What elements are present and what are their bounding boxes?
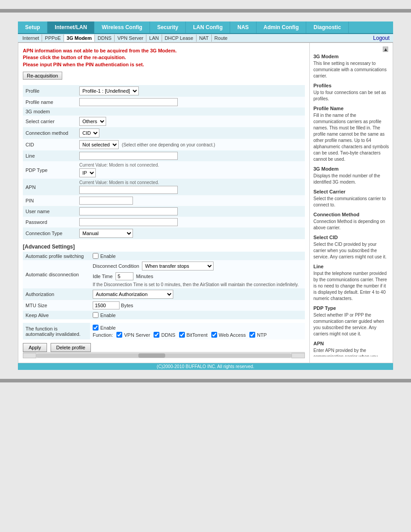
reacquisition-button[interactable]: Re-acquisition (23, 72, 62, 80)
bittorrent-checkbox[interactable] (179, 332, 185, 338)
nav-security[interactable]: Security (150, 21, 186, 33)
idle-time-input[interactable] (116, 272, 133, 280)
mtu-input[interactable] (93, 301, 120, 309)
carrier-row: Select carrier Others (23, 116, 305, 127)
sidebar-text-9: Enter APN provided by the communication … (313, 348, 389, 356)
ntp-text: NTP (257, 332, 267, 338)
line-input[interactable] (79, 152, 178, 160)
bittorrent-label: BitTorrent (179, 332, 208, 338)
connection-type-select[interactable]: Manual Auto (79, 229, 133, 238)
sidebar-title-6: Select CID (313, 235, 389, 240)
ddns-text: DDNS (161, 332, 175, 338)
bottom-bar (0, 379, 411, 382)
nav-internet-lan[interactable]: Internet/LAN (47, 21, 94, 33)
password-input[interactable] (79, 218, 178, 226)
sidebar-section-6: Select CID Select the CID provided by yo… (313, 235, 389, 260)
sub-nat[interactable]: NAT (197, 34, 212, 42)
web-access-checkbox[interactable] (211, 332, 217, 338)
sub-route[interactable]: Route (212, 34, 230, 42)
disconnect-condition-select[interactable]: When transfer stops Always on When idle (142, 262, 214, 270)
apply-button[interactable]: Apply (23, 343, 47, 352)
nav-setup[interactable]: Setup (18, 21, 47, 33)
sidebar-title-9: APN (313, 341, 389, 346)
hscroll-track[interactable] (36, 353, 291, 358)
sub-pppoe[interactable]: PPPoE (42, 34, 64, 42)
auth-row: Authorization Automatic Authorization PA… (23, 288, 305, 300)
sidebar-text-8: Select whether IP or PPP the communicati… (313, 312, 389, 337)
auth-select[interactable]: Automatic Authorization PAP CHAP (93, 290, 173, 299)
sidebar-section-0: 3G Modem This line setting is necessary … (313, 54, 389, 79)
sidebar-title-8: PDP Type (313, 305, 389, 311)
pdp-select[interactable]: IP (79, 168, 96, 177)
delete-profile-button[interactable]: Delete profile (51, 343, 91, 352)
idle-time-row: Idle Time Minutes (93, 272, 302, 280)
pin-row: PIN (23, 195, 305, 206)
right-sidebar: ▲ 3G Modem This line setting is necessar… (310, 43, 393, 356)
keep-alive-enable-text: Enable (100, 313, 116, 318)
nav-admin-config[interactable]: Admin Config (257, 21, 307, 33)
advanced-settings-header: [Advanced Settings] (23, 244, 305, 250)
cid-label: CID (23, 139, 77, 150)
disconnect-inner: Disconnect Condition When transfer stops… (93, 262, 302, 287)
sub-lan[interactable]: LAN (146, 34, 162, 42)
auto-profile-enable-label: Enable (93, 253, 302, 259)
web-access-text: Web Access (219, 332, 246, 338)
alert-line3: Please input PIN when the PIN authentica… (23, 61, 305, 68)
nav-nas[interactable]: NAS (230, 21, 256, 33)
pin-input[interactable] (79, 197, 133, 205)
logout-link[interactable]: Logout (373, 35, 390, 41)
ntp-checkbox[interactable] (249, 332, 255, 338)
3g-modem-row: 3G modem (23, 107, 305, 116)
username-input[interactable] (79, 207, 178, 215)
ntp-label: NTP (249, 332, 267, 338)
auto-profile-label: Automatic profile switching (23, 252, 90, 260)
sidebar-title-2: Profile Name (313, 106, 389, 111)
profile-name-input[interactable] (79, 98, 178, 106)
sidebar-section-1: Profiles Up to four connections can be s… (313, 83, 389, 102)
sub-vpn-server[interactable]: VPN Server (115, 34, 146, 42)
sidebar-text-6: Select the CID provided by your carrier … (313, 241, 389, 260)
function-table: The function is automatically invalidate… (23, 323, 305, 339)
nav-lan-config[interactable]: LAN Config (186, 21, 230, 33)
auto-disconnect-label: Automatic disconnection (23, 260, 90, 288)
sub-3g-modem[interactable]: 3G Modem (64, 34, 95, 42)
hscroll-thumb[interactable] (138, 353, 165, 358)
sidebar-section-5: Connection Method Connection Method is d… (313, 212, 389, 231)
connection-method-select[interactable]: CID (79, 129, 99, 137)
profile-select[interactable]: Profile-1 : [Undefined] (79, 86, 139, 95)
sub-internet[interactable]: Internet (20, 34, 42, 42)
connection-type-row: Connection Type Manual Auto (23, 227, 305, 239)
sidebar-scroll-up[interactable]: ▲ (383, 47, 388, 52)
sub-ddns[interactable]: DDNS (95, 34, 115, 42)
auth-label: Authorization (23, 288, 90, 300)
sidebar-section-9: APN Enter APN provided by the communicat… (313, 341, 389, 356)
function-invalidated-label: The function is automatically invalidate… (23, 323, 90, 339)
ddns-checkbox[interactable] (154, 332, 159, 338)
keep-alive-checkbox[interactable] (93, 312, 98, 318)
vpn-server-checkbox[interactable] (116, 332, 122, 338)
function-enable-checkbox[interactable] (93, 325, 98, 330)
sub-dhcp-lease[interactable]: DHCP Lease (162, 34, 197, 42)
mtu-unit: Bytes (121, 303, 133, 308)
cid-select[interactable]: Not selected (79, 140, 119, 149)
function-label: Function: (93, 332, 113, 338)
carrier-select[interactable]: Others (79, 117, 106, 126)
line-row: Line (23, 150, 305, 161)
function-enable-label: Enable (93, 325, 302, 330)
auto-profile-row: Automatic profile switching Enable (23, 252, 305, 260)
apn-current-note: Current Value: Modem is not connected. (79, 180, 302, 185)
sidebar-text-5: Connection Method is depending on above … (313, 219, 389, 231)
apn-input[interactable] (79, 186, 178, 194)
sidebar-section-2: Profile Name Fill in the name of the com… (313, 106, 389, 163)
password-row: Password (23, 217, 305, 227)
pdp-current-note: Current Value: Modem is not connected. (79, 163, 302, 167)
nav-diagnostic[interactable]: Diagnostic (306, 21, 348, 33)
nav-wireless-config[interactable]: Wireless Config (94, 21, 150, 33)
profile-row: Profile Profile-1 : [Undefined] (23, 85, 305, 97)
vpn-server-label: VPN Server (116, 332, 150, 338)
sidebar-text-7: Input the telephone number provided by t… (313, 270, 389, 302)
ddns-label: DDNS (154, 332, 175, 338)
left-content: APN information was not able to be acqui… (18, 43, 310, 363)
auto-profile-checkbox[interactable] (93, 253, 98, 259)
main-nav: Setup Internet/LAN Wireless Config Secur… (18, 21, 393, 34)
